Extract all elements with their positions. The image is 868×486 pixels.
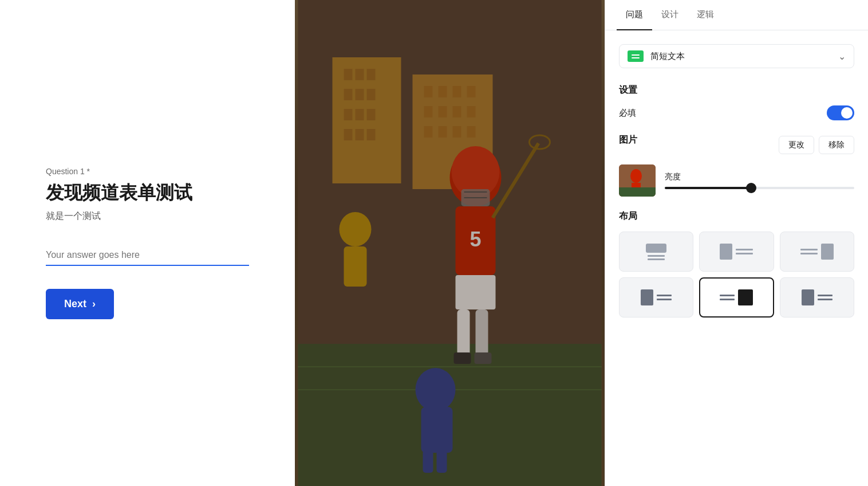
- layout-lines: [720, 295, 735, 300]
- layout-option-left[interactable]: [699, 232, 774, 272]
- layout-line-2: [657, 299, 672, 300]
- layout-section: 布局: [619, 210, 854, 318]
- layout-left-icon: [720, 244, 753, 260]
- image-section: 图片 更改 移除 亮度: [619, 134, 854, 197]
- next-label: Next: [64, 298, 86, 310]
- required-setting-row: 必填: [619, 105, 854, 120]
- layout-grid: [619, 232, 854, 318]
- layout-rect: [821, 244, 834, 260]
- layout-rect: [646, 244, 666, 253]
- layout-lines: [736, 249, 753, 254]
- tab-question[interactable]: 问题: [617, 0, 652, 30]
- image-section-header: 图片 更改 移除: [619, 134, 854, 155]
- layout-option-dark-center[interactable]: [780, 277, 854, 318]
- right-panel: 问题 设计 逻辑 简短文本 ⌄ 设置 必填 图片: [605, 0, 868, 486]
- image-preview-row: 亮度: [619, 164, 854, 197]
- layout-lines: [818, 295, 833, 300]
- image-actions: 更改 移除: [779, 136, 854, 154]
- image-thumbnail: [619, 164, 656, 197]
- layout-option-top[interactable]: [619, 232, 693, 272]
- tabs-container: 问题 设计 逻辑: [605, 0, 868, 30]
- layout-line-1: [800, 249, 818, 250]
- layout-lines: [648, 255, 665, 260]
- required-label: 必填: [619, 108, 636, 119]
- type-icon-line-2: [632, 57, 640, 58]
- question-subtitle: 就是一个测试: [46, 210, 249, 222]
- layout-rect-dark: [738, 289, 753, 305]
- left-panel: Question 1 * 发现频道表单测试 就是一个测试 Next ›: [0, 0, 295, 486]
- remove-image-button[interactable]: 移除: [819, 136, 854, 154]
- tab-design[interactable]: 设计: [652, 0, 688, 30]
- layout-selected-icon: [720, 289, 753, 305]
- layout-option-dark-left[interactable]: [619, 277, 693, 318]
- slider-knob: [746, 183, 756, 193]
- layout-rect: [641, 289, 653, 305]
- layout-line-1: [736, 249, 753, 250]
- layout-title: 布局: [619, 210, 854, 222]
- layout-line-1: [818, 295, 833, 296]
- layout-line-2: [736, 253, 753, 254]
- layout-line-1: [648, 255, 665, 257]
- type-icon-lines: [632, 54, 640, 58]
- svg-rect-54: [619, 187, 656, 197]
- layout-rect: [720, 244, 732, 260]
- settings-title: 设置: [619, 84, 854, 96]
- brightness-slider[interactable]: [665, 187, 854, 189]
- toggle-knob: [841, 107, 853, 119]
- question-title: 发现频道表单测试: [46, 182, 249, 203]
- answer-input[interactable]: [46, 245, 249, 266]
- layout-line-2: [818, 299, 833, 300]
- required-toggle[interactable]: [827, 105, 854, 120]
- chevron-down-icon: ⌄: [838, 51, 846, 62]
- type-icon: [628, 50, 644, 62]
- next-button[interactable]: Next ›: [46, 289, 114, 319]
- svg-rect-50: [298, 0, 602, 486]
- layout-line-2: [720, 299, 735, 300]
- image-label: 图片: [619, 134, 637, 146]
- layout-line-1: [657, 295, 672, 296]
- chevron-right-icon: ›: [92, 298, 96, 310]
- change-image-button[interactable]: 更改: [779, 136, 814, 154]
- type-icon-line-1: [632, 54, 640, 56]
- layout-right-icon: [800, 244, 834, 260]
- right-content: 简短文本 ⌄ 设置 必填 图片 更改 移除: [605, 30, 868, 486]
- layout-line-2: [648, 258, 665, 260]
- layout-dark-left-icon: [641, 289, 672, 305]
- slider-fill: [665, 187, 750, 189]
- brightness-section: 亮度: [665, 172, 854, 189]
- layout-option-right[interactable]: [780, 232, 854, 272]
- layout-lines: [657, 295, 672, 300]
- layout-option-selected[interactable]: [699, 277, 774, 318]
- layout-line-2: [800, 253, 818, 254]
- lacrosse-image: 5: [295, 0, 605, 486]
- layout-line-1: [720, 295, 735, 296]
- layout-dark-right-icon: [802, 289, 833, 305]
- layout-lines: [800, 249, 818, 254]
- svg-point-52: [630, 169, 642, 183]
- background-image-panel: 5: [295, 0, 605, 486]
- question-label: Question 1 *: [46, 167, 249, 176]
- tab-logic[interactable]: 逻辑: [688, 0, 723, 30]
- brightness-label: 亮度: [665, 172, 854, 182]
- type-label: 简短文本: [650, 51, 838, 62]
- layout-top-icon: [646, 244, 666, 260]
- layout-rect: [802, 289, 814, 305]
- type-selector[interactable]: 简短文本 ⌄: [619, 44, 854, 68]
